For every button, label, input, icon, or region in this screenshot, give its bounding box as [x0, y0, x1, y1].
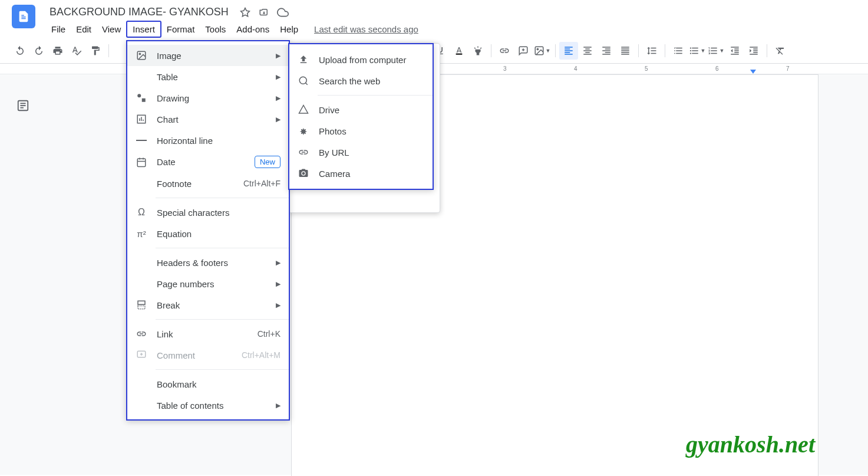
submenu-arrow-icon: ▶	[276, 259, 280, 267]
insert-toc[interactable]: Table of contents ▶	[127, 395, 289, 416]
ruler-right-indent[interactable]	[750, 70, 756, 74]
insert-special-chars[interactable]: Ω Special characters	[127, 202, 289, 223]
image-by-url[interactable]: By URL	[289, 142, 433, 163]
photos-icon	[298, 125, 309, 137]
svg-marker-30	[299, 106, 308, 114]
link-icon	[136, 328, 147, 340]
submenu-arrow-icon: ▶	[276, 52, 280, 60]
bulleted-list-button[interactable]: ▼	[688, 42, 707, 60]
star-icon[interactable]	[239, 6, 251, 18]
svg-point-11	[139, 53, 140, 54]
pi-icon: π²	[136, 228, 147, 239]
drive-icon	[298, 104, 309, 116]
calendar-icon	[136, 156, 147, 168]
comment-button[interactable]	[514, 42, 533, 60]
clear-formatting-button[interactable]	[771, 42, 790, 60]
submenu-arrow-icon: ▶	[276, 94, 280, 102]
svg-point-12	[137, 94, 141, 97]
drawing-icon	[136, 92, 147, 104]
image-icon	[136, 50, 147, 61]
align-center-button[interactable]	[578, 42, 597, 60]
search-icon	[298, 75, 309, 87]
insert-footnote[interactable]: Footnote Ctrl+Alt+F	[127, 173, 289, 194]
spellcheck-button[interactable]	[67, 42, 86, 60]
numbered-list-button[interactable]: ▼	[707, 42, 725, 60]
insert-table[interactable]: Table ▶	[127, 66, 289, 87]
undo-button[interactable]	[11, 42, 29, 60]
menu-insert[interactable]: Insert	[126, 21, 161, 38]
image-photos[interactable]: Photos	[289, 120, 433, 142]
comment-icon	[136, 349, 147, 361]
outline-icon[interactable]	[16, 99, 31, 113]
horizontal-line-icon	[136, 134, 147, 146]
image-search-web[interactable]: Search the web	[289, 70, 433, 91]
image-drive[interactable]: Drive	[289, 99, 433, 120]
svg-point-5	[537, 48, 538, 50]
svg-line-29	[305, 83, 307, 84]
svg-rect-1	[456, 53, 463, 54]
increase-indent-button[interactable]	[744, 42, 763, 60]
submenu-arrow-icon: ▶	[276, 301, 280, 309]
insert-date[interactable]: Date New	[127, 151, 289, 173]
link-button[interactable]	[495, 42, 514, 60]
image-submenu: Upload from computer Search the web Driv…	[288, 43, 434, 190]
svg-rect-19	[137, 159, 146, 167]
align-right-button[interactable]	[597, 42, 616, 60]
last-edit-link[interactable]: Last edit was seconds ago	[314, 24, 418, 34]
watermark: gyankosh.net	[686, 431, 815, 458]
svg-rect-23	[138, 301, 145, 304]
text-color-button[interactable]	[450, 42, 468, 60]
decrease-indent-button[interactable]	[725, 42, 744, 60]
submenu-arrow-icon: ▶	[276, 280, 280, 288]
menu-tools[interactable]: Tools	[200, 22, 231, 37]
insert-horizontal-line[interactable]: Horizontal line	[127, 130, 289, 151]
insert-link[interactable]: Link Ctrl+K	[127, 323, 289, 344]
insert-drawing[interactable]: Drawing ▶	[127, 87, 289, 109]
insert-comment: Comment Ctrl+Alt+M	[127, 344, 289, 366]
redo-button[interactable]	[29, 42, 48, 60]
insert-page-numbers[interactable]: Page numbers ▶	[127, 273, 289, 294]
menu-edit[interactable]: Edit	[71, 22, 97, 37]
svg-point-28	[299, 77, 306, 84]
menu-format[interactable]: Format	[161, 22, 200, 37]
highlight-button[interactable]	[468, 42, 487, 60]
svg-marker-0	[240, 8, 249, 16]
insert-image[interactable]: Image ▶	[127, 45, 289, 66]
svg-rect-24	[138, 306, 145, 309]
camera-icon	[298, 168, 309, 179]
image-insert-button[interactable]: ▼	[533, 42, 552, 60]
insert-dropdown: Image ▶ Table ▶ Drawing ▶ Chart ▶ Horizo…	[126, 40, 290, 421]
menu-help[interactable]: Help	[275, 22, 303, 37]
move-icon[interactable]	[258, 6, 270, 18]
insert-break[interactable]: Break ▶	[127, 294, 289, 316]
upload-icon	[298, 54, 309, 65]
insert-chart[interactable]: Chart ▶	[127, 109, 289, 130]
cloud-icon[interactable]	[277, 6, 289, 18]
insert-bookmark[interactable]: Bookmark	[127, 373, 289, 395]
submenu-arrow-icon: ▶	[276, 402, 280, 409]
image-camera[interactable]: Camera	[289, 163, 433, 184]
url-link-icon	[298, 146, 309, 158]
menu-file[interactable]: File	[46, 22, 71, 37]
omega-icon: Ω	[136, 206, 147, 218]
new-badge: New	[255, 156, 280, 168]
document-title[interactable]: BACKGROUND IMAGE- GYANKOSH	[46, 5, 232, 19]
line-spacing-button[interactable]	[642, 42, 661, 60]
break-icon	[136, 299, 147, 311]
menu-bar: File Edit View Insert Format Tools Add-o…	[46, 21, 868, 38]
docs-logo[interactable]	[12, 5, 35, 28]
align-left-button[interactable]	[559, 42, 578, 60]
svg-rect-13	[142, 99, 146, 102]
paint-format-button[interactable]	[86, 42, 105, 60]
chart-icon	[136, 113, 147, 125]
checklist-button[interactable]	[669, 42, 688, 60]
print-button[interactable]	[48, 42, 67, 60]
image-upload[interactable]: Upload from computer	[289, 49, 433, 70]
submenu-arrow-icon: ▶	[276, 73, 280, 81]
insert-equation[interactable]: π² Equation	[127, 223, 289, 244]
insert-headers-footers[interactable]: Headers & footers ▶	[127, 252, 289, 273]
submenu-arrow-icon: ▶	[276, 116, 280, 123]
align-justify-button[interactable]	[616, 42, 635, 60]
menu-addons[interactable]: Add-ons	[231, 22, 275, 37]
menu-view[interactable]: View	[97, 22, 126, 37]
